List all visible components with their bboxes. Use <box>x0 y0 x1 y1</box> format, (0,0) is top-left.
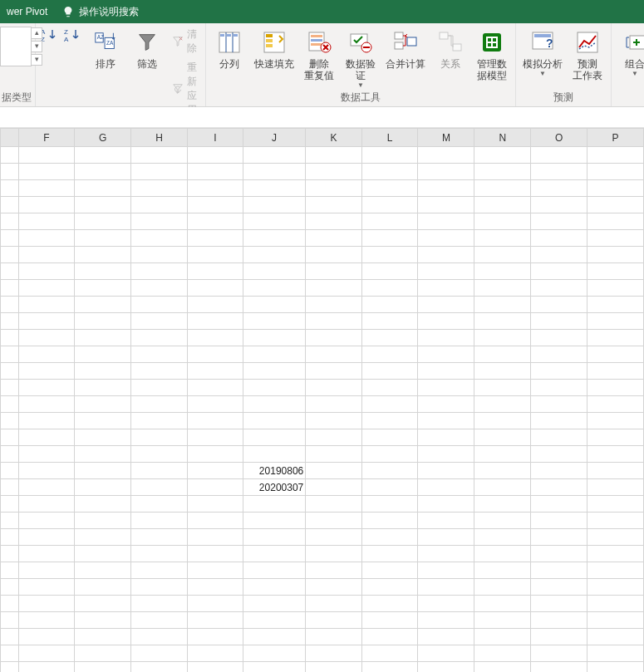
cell[interactable] <box>131 413 188 429</box>
cell[interactable] <box>131 280 188 297</box>
cell[interactable] <box>75 396 131 413</box>
cell[interactable] <box>243 629 305 645</box>
cell[interactable] <box>306 612 362 629</box>
text-to-columns-button[interactable]: 分列 <box>211 27 248 70</box>
row-gutter[interactable] <box>1 579 19 596</box>
cell[interactable] <box>243 263 305 280</box>
cell[interactable] <box>418 346 474 363</box>
cell[interactable] <box>75 147 131 164</box>
cell[interactable] <box>243 247 305 263</box>
cell[interactable] <box>75 346 131 363</box>
cell[interactable] <box>531 546 587 562</box>
cell[interactable] <box>474 297 531 313</box>
cell[interactable] <box>531 164 587 180</box>
column-header-K[interactable]: K <box>306 129 362 147</box>
expand-icon[interactable]: ▾ <box>31 54 42 66</box>
row-gutter[interactable] <box>1 596 19 612</box>
cell[interactable] <box>587 612 644 629</box>
cell[interactable] <box>306 363 362 380</box>
cell[interactable] <box>131 147 188 164</box>
row-gutter[interactable] <box>1 247 19 263</box>
cell[interactable] <box>361 380 417 396</box>
sort-asc-button[interactable]: AZ <box>41 27 59 45</box>
cell[interactable] <box>187 479 243 496</box>
cell[interactable] <box>75 280 131 297</box>
cell[interactable] <box>361 164 417 180</box>
cell[interactable] <box>187 263 243 280</box>
cell[interactable] <box>131 513 188 529</box>
cell[interactable] <box>131 180 188 197</box>
cell[interactable] <box>587 263 644 280</box>
cell[interactable] <box>418 496 474 513</box>
cell[interactable] <box>187 662 243 673</box>
cell[interactable] <box>418 529 474 546</box>
cell[interactable] <box>306 247 362 263</box>
scroll-down-icon[interactable]: ▾ <box>31 41 42 52</box>
row-gutter[interactable] <box>1 463 19 479</box>
cell[interactable] <box>474 247 531 263</box>
cell[interactable] <box>531 330 587 346</box>
cell[interactable] <box>361 413 417 429</box>
cell[interactable] <box>187 496 243 513</box>
cell[interactable] <box>474 197 531 213</box>
cell[interactable] <box>474 546 531 562</box>
cell[interactable] <box>306 463 362 479</box>
cell[interactable] <box>306 662 362 673</box>
cell[interactable] <box>243 596 305 612</box>
cell[interactable] <box>531 180 587 197</box>
cell[interactable] <box>361 662 417 673</box>
cell[interactable] <box>361 479 417 496</box>
cell[interactable] <box>474 330 531 346</box>
cell[interactable] <box>587 180 644 197</box>
cell[interactable] <box>18 197 75 213</box>
cell[interactable] <box>18 363 75 380</box>
cell[interactable] <box>531 662 587 673</box>
cell[interactable] <box>131 546 188 562</box>
cell[interactable] <box>587 330 644 346</box>
cell[interactable] <box>531 380 587 396</box>
cell[interactable] <box>75 180 131 197</box>
cell[interactable] <box>418 596 474 612</box>
cell[interactable] <box>75 230 131 247</box>
cell[interactable] <box>418 479 474 496</box>
cell[interactable] <box>474 280 531 297</box>
row-gutter[interactable] <box>1 164 19 180</box>
column-header-N[interactable]: N <box>474 129 531 147</box>
row-gutter[interactable] <box>1 413 19 429</box>
cell[interactable] <box>361 446 417 463</box>
cell[interactable] <box>18 147 75 164</box>
cell[interactable] <box>18 230 75 247</box>
cell[interactable] <box>531 596 587 612</box>
cell[interactable] <box>243 546 305 562</box>
cell[interactable] <box>131 429 188 446</box>
cell[interactable] <box>361 330 417 346</box>
row-gutter[interactable] <box>1 230 19 247</box>
cell[interactable] <box>361 346 417 363</box>
cell[interactable] <box>474 147 531 164</box>
cell[interactable] <box>187 529 243 546</box>
cell[interactable] <box>187 629 243 645</box>
cell[interactable] <box>243 363 305 380</box>
cell[interactable] <box>361 546 417 562</box>
cell[interactable] <box>361 263 417 280</box>
cell[interactable] <box>243 280 305 297</box>
cell[interactable] <box>361 629 417 645</box>
cell[interactable] <box>418 413 474 429</box>
cell[interactable] <box>243 346 305 363</box>
cell[interactable] <box>361 313 417 330</box>
cell[interactable] <box>418 380 474 396</box>
cell[interactable] <box>531 429 587 446</box>
cell[interactable] <box>474 164 531 180</box>
cell[interactable] <box>131 247 188 263</box>
cell[interactable] <box>187 612 243 629</box>
cell[interactable] <box>243 197 305 213</box>
cell[interactable] <box>243 396 305 413</box>
cell[interactable] <box>418 164 474 180</box>
cell[interactable] <box>18 463 75 479</box>
cell[interactable] <box>531 313 587 330</box>
column-header-L[interactable]: L <box>361 129 417 147</box>
cell[interactable] <box>75 446 131 463</box>
cell[interactable] <box>187 645 243 662</box>
cell[interactable] <box>587 346 644 363</box>
cell[interactable] <box>75 496 131 513</box>
